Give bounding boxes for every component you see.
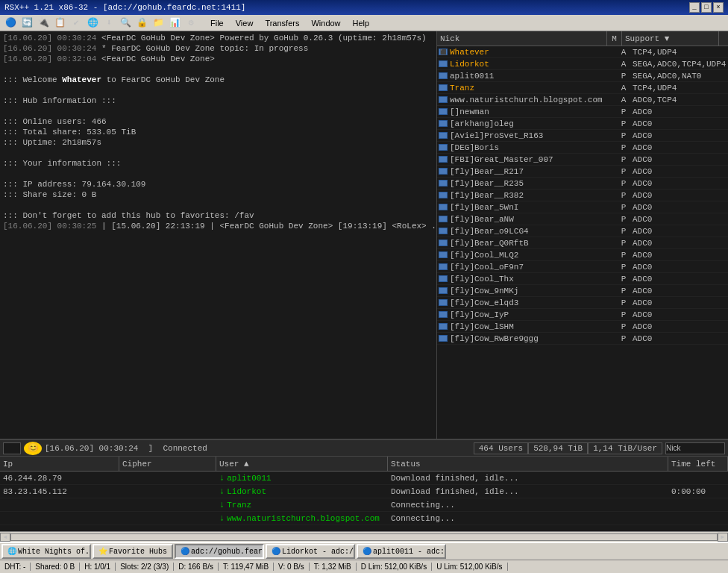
user-nick: [fly]Bear__R235 [437,179,616,188]
col-header-mode[interactable]: M [607,31,622,46]
taskbar-item-favorite-hubs[interactable]: ⭐ Favorite Hubs [92,544,173,559]
user-list-body[interactable]: ⬛ Whatever A TCP4,UDP4 Lidorkot A SEGA,A… [437,46,728,439]
col-header-support[interactable]: Support ▼ [622,31,719,46]
nick-text: [fly]Bear__R382 [450,191,524,200]
user-nick: Lidorkot [437,60,616,69]
toolbar-icon-7[interactable]: ⬇ [101,16,116,31]
menu-file[interactable]: File [204,17,230,29]
taskbar-item-lidorkot[interactable]: 🔵 Lidorkot - adc:/... [266,544,355,559]
computer-icon [439,168,448,175]
task-label: adc://gohub.fear... [191,548,264,556]
toolbar-icon-12[interactable]: ⚙ [183,16,198,31]
user-row[interactable]: [fly]Bear_o9LCG4 P ADC0 [437,225,728,237]
nick-input[interactable] [665,442,725,454]
col-header-user[interactable]: User ▲ [216,457,388,471]
user-row[interactable]: [fly]Cow_elqd3 P ADC0 [437,297,728,309]
user-mode: P [616,72,631,81]
user-row[interactable]: [fly]Cow_lSHM P ADC0 [437,321,728,333]
user-row[interactable]: [fly]Bear__R382 P ADC0 [437,190,728,201]
menu-help[interactable]: Help [347,17,376,29]
user-mode: P [616,143,631,152]
chat-panel[interactable]: [16.06.20] 00:30:24 <FearDC GoHub Dev Zo… [0,31,437,439]
scroll-track[interactable] [10,533,718,541]
user-row[interactable]: [fly]Bear_Q0RftB P ADC0 [437,237,728,249]
user-row[interactable]: [Aviel]ProSvet_R163 P ADC0 [437,130,728,142]
user-row[interactable]: [FBI]Great_Master_007 P ADC0 [437,154,728,166]
computer-icon [439,72,448,79]
user-row[interactable]: [fly]Cow_IyP P ADC0 [437,309,728,321]
user-support: ADC0 [631,286,728,295]
user-row[interactable]: [fly]Cow_RwBre9ggg P ADC0 [437,333,728,345]
menu-view[interactable]: View [230,17,260,29]
transfer-row[interactable]: ↓ www.naturistchurch.blogspot.com Connec… [0,512,728,525]
user-mode: P [616,334,631,343]
toolbar-icon-9[interactable]: 🔒 [134,16,149,31]
toolbar-icon-1[interactable]: 🔵 [3,16,18,31]
user-mode: P [616,286,631,295]
user-row[interactable]: []newman P ADC0 [437,106,728,118]
user-mode: A [616,48,631,57]
taskbar-item-white-nights[interactable]: 🌐 White Nights of... [1,544,91,559]
transfer-row[interactable]: ↓ Tranz Connecting... [0,498,728,512]
toolbar-icon-3[interactable]: 🔌 [36,16,51,31]
toolbar-icon-5[interactable]: ✔ [69,16,84,31]
user-row[interactable]: [fly]Cool_MLQ2 P ADC0 [437,249,728,261]
user-row[interactable]: [fly]Cool_Thx P ADC0 [437,273,728,285]
taskbar-item-gohub[interactable]: 🔵 adc://gohub.fear... [175,544,264,559]
menu-window[interactable]: Window [305,17,346,29]
user-row[interactable]: [fly]Bear_aNW P ADC0 [437,213,728,225]
computer-icon [439,323,448,330]
toolbar-icon-11[interactable]: 📊 [167,16,182,31]
toolbar-icon-8[interactable]: 🔍 [118,16,133,31]
col-header-status[interactable]: Status [388,457,668,471]
user-support: ADC0 [631,107,728,116]
taskbar: 🌐 White Nights of... ⭐ Favorite Hubs 🔵 a… [0,542,728,560]
toolbar-icon-10[interactable]: 📁 [151,16,166,31]
user-support: SEGA,ADC0,TCP4,UDP4 [631,60,728,69]
transfer-row[interactable]: 46.244.28.79 ↓ aplit0011 Download finish… [0,472,728,485]
taskbar-item-aplit0011[interactable]: 🔵 aplit0011 - adc:... [357,544,446,559]
toolbar-icon-4[interactable]: 📋 [52,16,67,31]
user-row[interactable]: [fly]Bear__R235 P ADC0 [437,178,728,190]
col-header-timeleft[interactable]: Time left [668,457,728,471]
user-row[interactable]: www.naturistchurch.blogspot.com A ADC0,T… [437,94,728,106]
window-title: RSX++ 1.21 x86-32 - [adc://gohub.feardc.… [4,3,245,12]
user-row[interactable]: Tranz A TCP4,UDP4 [437,82,728,94]
col-header-cipher[interactable]: Cipher [119,457,216,471]
computer-icon [439,228,448,234]
user-mode: P [616,203,631,212]
horizontal-scrollbar[interactable]: ◀ ▶ [0,531,728,542]
chat-line: ::: Don't forget to add this hub to favo… [3,210,433,221]
user-row[interactable]: [fly]Cow_9nMKj P ADC0 [437,285,728,297]
user-row[interactable]: [fly]Bear__R217 P ADC0 [437,166,728,178]
maximize-button[interactable]: □ [701,2,712,13]
user-support: TCP4,UDP4 [631,84,728,93]
user-nick: Tranz [437,84,616,93]
user-row[interactable]: [fly]Bear_5WnI P ADC0 [437,201,728,213]
chat-line: ::: Hub information ::: [3,96,433,106]
transfer-ip: 83.23.145.112 [0,487,119,496]
status-input-small[interactable] [3,442,21,454]
computer-icon [439,192,448,198]
nick-text: [fly]Cow_lSHM [450,322,514,331]
scroll-left-button[interactable]: ◀ [0,533,10,542]
col-header-ip[interactable]: Ip [0,457,119,471]
user-row[interactable]: aplit0011 P SEGA,ADC0,NAT0 [437,70,728,82]
hub-icon: 🔵 [363,547,371,556]
menu-transfers[interactable]: Transfers [259,17,305,29]
user-row[interactable]: ⬛ Whatever A TCP4,UDP4 [437,46,728,58]
user-row[interactable]: [arkhang]oleg P ADC0 [437,118,728,130]
user-row[interactable]: [DEG]Boris P ADC0 [437,142,728,154]
transfer-row[interactable]: 83.23.145.112 ↓ Lidorkot Download finish… [0,485,728,498]
user-list-header: Nick M Support ▼ [437,31,728,46]
hub-status-bar: 😊 [16.06.20] 00:30:24 ] Connected 464 Us… [0,440,728,457]
smiley-button[interactable]: 😊 [24,442,42,455]
toolbar-icon-2[interactable]: 🔄 [19,16,34,31]
scroll-right-button[interactable]: ▶ [718,533,728,542]
col-header-nick[interactable]: Nick [437,31,607,46]
user-row[interactable]: [fly]Cool_oF9n7 P ADC0 [437,261,728,273]
toolbar-icon-6[interactable]: 🌐 [85,16,100,31]
close-button[interactable]: × [713,2,724,13]
user-row[interactable]: Lidorkot A SEGA,ADC0,TCP4,UDP4 [437,58,728,70]
minimize-button[interactable]: _ [689,2,700,13]
